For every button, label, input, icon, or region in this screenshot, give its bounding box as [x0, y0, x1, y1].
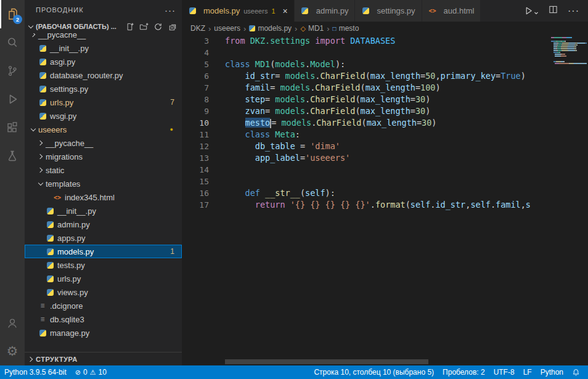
code-line[interactable]: 7 famil= models.CharField(max_length=100… — [182, 82, 549, 94]
line-number[interactable]: 17 — [182, 199, 225, 211]
tree-file-models-py[interactable]: models.py1 — [25, 245, 182, 258]
tree-folder-static[interactable]: static — [25, 163, 182, 177]
tree-file-urls-py[interactable]: urls.py7 — [25, 96, 182, 109]
error-count: 0 — [83, 368, 88, 377]
code-line[interactable]: 6 id_str= models.CharField(max_length=50… — [182, 70, 549, 82]
code-line[interactable]: 14 — [182, 164, 549, 176]
run-python-file-button[interactable] — [524, 6, 539, 15]
activity-bar-item-explorer[interactable]: 2 — [0, 0, 25, 28]
html-file-icon: <> — [53, 194, 62, 202]
outline-section-header[interactable]: СТРУКТУРА — [25, 352, 182, 365]
refresh-icon[interactable] — [153, 22, 163, 31]
tab-models-py[interactable]: models.pyuseeers1× — [182, 0, 295, 22]
tree-file-index345-html[interactable]: <>index345.html — [25, 190, 182, 204]
collapse-all-icon[interactable] — [168, 22, 177, 31]
tree-file-settings-py[interactable]: settings.py — [25, 82, 182, 96]
more-actions-icon[interactable]: ··· — [568, 6, 579, 17]
line-number[interactable]: 6 — [182, 70, 225, 82]
problems-indicator[interactable]: ⊘ 0 ⚠ 10 — [71, 368, 111, 377]
code-line[interactable]: 5class MD1(models.Model): — [182, 59, 549, 70]
horizontal-scrollbar[interactable] — [225, 359, 428, 364]
tree-folder--pycache-[interactable]: __pycache__ — [25, 136, 182, 150]
tree-file-wsgi-py[interactable]: wsgi.py — [25, 109, 182, 123]
line-number[interactable]: 3 — [182, 35, 225, 47]
tree-folder-useeers[interactable]: useeers● — [25, 123, 182, 136]
line-number[interactable]: 10 — [182, 117, 225, 129]
workspace-section-header[interactable]: (РАБОЧАЯ ОБЛАСТЬ) ... — [25, 20, 182, 33]
activity-bar-item-testing[interactable] — [0, 142, 25, 170]
code-area[interactable]: 3from DKZ.settings import DATABASES45cla… — [182, 35, 549, 365]
notifications-bell[interactable] — [568, 369, 584, 377]
language-mode[interactable]: Python — [536, 368, 568, 377]
code-text: id_str= models.CharField(max_length=50,p… — [225, 70, 526, 82]
activity-bar-item-run-debug[interactable] — [0, 85, 25, 113]
code-line[interactable]: 9 zvan= models.CharField(max_length=30) — [182, 105, 549, 117]
tab-admin-py[interactable]: admin.py — [295, 0, 356, 22]
line-number[interactable]: 7 — [182, 82, 225, 94]
tree-file-views-py[interactable]: views.py — [25, 285, 182, 299]
tab-settings-py[interactable]: settings.py — [355, 0, 422, 22]
breadcrumb-item-models-py[interactable]: models.py — [249, 24, 292, 33]
line-number[interactable]: 14 — [182, 164, 225, 176]
breadcrumb-separator-icon: › — [295, 24, 297, 33]
activity-bar-item-source-control[interactable] — [0, 57, 25, 85]
tree-file-admin-py[interactable]: admin.py — [25, 218, 182, 231]
tree-file-urls-py[interactable]: urls.py — [25, 272, 182, 285]
activity-bar-item-extensions[interactable] — [0, 113, 25, 142]
activity-bar-bottom: ⚙ — [0, 309, 25, 365]
breadcrumb-item-useeers[interactable]: useeers — [214, 24, 240, 33]
new-file-icon[interactable] — [125, 22, 134, 31]
encoding-setting[interactable]: UTF-8 — [489, 368, 519, 377]
code-line[interactable]: 12 db_table = 'dima' — [182, 141, 549, 152]
tree-folder-templates[interactable]: templates — [25, 177, 182, 190]
tree-file-apps-py[interactable]: apps.py — [25, 231, 182, 245]
code-line[interactable]: 3from DKZ.settings import DATABASES — [182, 35, 549, 47]
code-line[interactable]: 16 def __str__(self): — [182, 187, 549, 199]
tree-folder--pycache-[interactable]: __pycache__ — [25, 33, 182, 41]
code-editor[interactable]: 3from DKZ.settings import DATABASES45cla… — [182, 35, 588, 365]
tab-aud-html[interactable]: <>aud.html — [422, 0, 481, 22]
tree-file-database-roouter-py[interactable]: database_roouter.py — [25, 68, 182, 82]
code-line[interactable]: 13 app_label='useeers' — [182, 152, 549, 164]
line-number[interactable]: 11 — [182, 129, 225, 141]
eol-setting[interactable]: LF — [519, 368, 536, 377]
tree-file-db-sqlite3[interactable]: ≡db.sqlite3 — [25, 312, 182, 326]
activity-bar-item-account[interactable] — [0, 309, 25, 337]
line-number[interactable]: 5 — [182, 59, 225, 70]
cursor-position[interactable]: Строка 10, столбец 10 (выбрано 5) — [309, 368, 438, 377]
tree-file-tests-py[interactable]: tests.py — [25, 258, 182, 272]
line-number[interactable]: 13 — [182, 152, 225, 164]
close-icon[interactable]: × — [283, 7, 288, 15]
tree-file--dcignore[interactable]: ≡.dcignore — [25, 299, 182, 312]
minimap[interactable] — [549, 35, 588, 365]
line-number[interactable]: 9 — [182, 105, 225, 117]
code-line[interactable]: 11 class Meta: — [182, 129, 549, 141]
tree-file--init-py[interactable]: __init__.py — [25, 41, 182, 55]
code-line[interactable]: 17 return '{} {} {} {} {}'.format(self.i… — [182, 199, 549, 211]
python-interpreter[interactable]: Python 3.9.5 64-bit — [0, 368, 71, 377]
breadcrumb-item-dkz[interactable]: DKZ — [190, 24, 205, 33]
tree-item-label: manage.py — [50, 328, 89, 338]
tree-item-label: __pycache__ — [38, 33, 86, 39]
code-line[interactable]: 4 — [182, 47, 549, 59]
code-line[interactable]: 15 — [182, 176, 549, 187]
new-folder-icon[interactable] — [139, 22, 149, 31]
line-number[interactable]: 16 — [182, 187, 225, 199]
sidebar-more-actions-icon[interactable]: ··· — [165, 5, 176, 15]
split-editor-icon[interactable] — [549, 5, 558, 17]
line-number[interactable]: 8 — [182, 94, 225, 105]
breadcrumb-item-mesto[interactable]: □mesto — [333, 24, 359, 33]
tree-folder-migrations[interactable]: migrations — [25, 150, 182, 163]
code-line[interactable]: 10 mesto= models.CharField(max_length=30… — [182, 117, 549, 129]
activity-bar-item-search[interactable] — [0, 28, 25, 57]
breadcrumb-item-md1[interactable]: ◇MD1 — [300, 24, 324, 33]
indentation-setting[interactable]: Пробелов: 2 — [438, 368, 489, 377]
tree-file--init-py[interactable]: __init__.py — [25, 204, 182, 218]
tree-file-asgi-py[interactable]: asgi.py — [25, 55, 182, 68]
line-number[interactable]: 12 — [182, 141, 225, 152]
activity-bar-item-settings[interactable]: ⚙ — [0, 337, 25, 365]
code-line[interactable]: 8 step= models.CharField(max_length=30) — [182, 94, 549, 105]
line-number[interactable]: 15 — [182, 176, 225, 187]
line-number[interactable]: 4 — [182, 47, 225, 59]
tree-file-manage-py[interactable]: manage.py — [25, 326, 182, 340]
